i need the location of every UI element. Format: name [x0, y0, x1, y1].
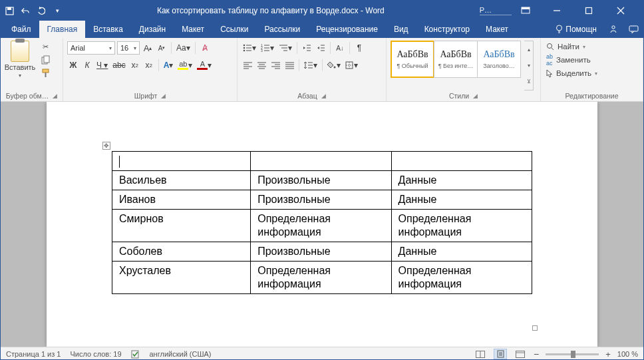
document-area[interactable]: ✥ ВасильевПроизвольныеДанныеИвановПроизв… — [1, 102, 643, 347]
table-cell[interactable]: Хрусталев — [112, 262, 251, 294]
table-move-handle[interactable]: ✥ — [102, 142, 110, 150]
table-cell[interactable]: Данные — [391, 171, 532, 190]
table-cell[interactable]: Данные — [391, 190, 532, 210]
tab-ссылки[interactable]: Ссылки — [212, 21, 256, 38]
format-painter-icon[interactable] — [39, 67, 51, 79]
pilcrow-icon[interactable]: ¶ — [353, 41, 365, 55]
paste-icon[interactable] — [11, 41, 29, 62]
numbering-icon[interactable]: 123▾ — [259, 41, 275, 55]
shading-icon[interactable]: ▾ — [326, 59, 342, 72]
shrink-font-icon[interactable]: A▾ — [156, 41, 168, 55]
bullets-icon[interactable]: ▾ — [242, 41, 257, 55]
increase-indent-icon[interactable] — [315, 41, 327, 55]
table-cell[interactable]: Определенная информация — [251, 262, 391, 294]
bold-button[interactable]: Ж — [67, 59, 79, 72]
status-proofing-icon[interactable] — [131, 350, 140, 359]
table-cell[interactable]: Определенная информация — [391, 210, 532, 242]
undo-icon[interactable] — [21, 7, 30, 15]
tab-рассылки[interactable]: Рассылки — [256, 21, 308, 38]
table-cell[interactable]: Произвольные — [251, 171, 391, 190]
copy-icon[interactable] — [39, 54, 51, 66]
zoom-level[interactable]: 100 % — [617, 350, 638, 358]
status-words[interactable]: Число слов: 19 — [70, 350, 121, 358]
text-effects-icon[interactable]: A▾ — [162, 59, 175, 72]
table-cell[interactable] — [391, 152, 532, 171]
table-cell[interactable]: Соболев — [112, 242, 251, 262]
underline-button[interactable]: Ч ▾ — [95, 59, 109, 72]
align-center-icon[interactable] — [255, 59, 267, 72]
table-cell[interactable]: Смирнов — [112, 210, 251, 242]
font-color-icon[interactable]: A▾ — [196, 59, 213, 72]
table-cell[interactable] — [251, 152, 391, 171]
table-cell[interactable]: Данные — [391, 242, 532, 262]
style-card[interactable]: АаБбВв¶ Без инте… — [434, 41, 478, 78]
document-table[interactable]: ВасильевПроизвольныеДанныеИвановПроизвол… — [112, 151, 532, 294]
style-card[interactable]: АаБбВв¶ Обычный — [391, 41, 434, 78]
find-button[interactable]: Найти▾ — [545, 41, 599, 53]
paste-button[interactable]: Вставить — [5, 63, 36, 71]
status-page[interactable]: Страница 1 из 1 — [6, 350, 61, 358]
subscript-button[interactable]: x2 — [129, 59, 141, 72]
print-layout-icon[interactable] — [494, 349, 507, 359]
line-spacing-icon[interactable]: ▾ — [303, 59, 319, 72]
font-size-combo[interactable]: 16▾ — [117, 41, 140, 55]
tab-вид[interactable]: Вид — [386, 21, 416, 38]
user-account[interactable]: Р… — [480, 6, 512, 15]
status-language[interactable]: английский (США) — [150, 350, 212, 358]
decrease-indent-icon[interactable] — [301, 41, 313, 55]
read-mode-icon[interactable] — [474, 349, 487, 359]
justify-icon[interactable] — [283, 59, 295, 72]
zoom-slider[interactable] — [546, 353, 599, 355]
tab-вставка[interactable]: Вставка — [85, 21, 131, 38]
italic-button[interactable]: К — [81, 59, 93, 72]
cut-icon[interactable]: ✂ — [39, 41, 51, 53]
tab-макет[interactable]: Макет — [478, 21, 516, 38]
share-button[interactable] — [603, 21, 623, 38]
ribbon-options-icon[interactable] — [521, 7, 544, 15]
table-cell[interactable]: Произвольные — [251, 242, 391, 262]
font-name-combo[interactable]: Arial▾ — [67, 41, 115, 55]
tab-файл[interactable]: Файл — [3, 21, 39, 38]
table-cell[interactable]: Определенная информация — [251, 210, 391, 242]
strike-button[interactable]: abc — [111, 59, 126, 72]
clipboard-dialog-icon[interactable]: ◢ — [53, 92, 57, 99]
table-cell[interactable]: Васильев — [112, 171, 251, 190]
web-layout-icon[interactable] — [514, 349, 527, 359]
table-cell[interactable]: Определенная информация — [391, 262, 532, 294]
save-icon[interactable] — [5, 7, 14, 15]
zoom-out-button[interactable]: − — [534, 349, 539, 359]
close-button[interactable] — [617, 7, 639, 15]
redo-icon[interactable] — [37, 7, 46, 15]
multilevel-icon[interactable]: ▾ — [277, 41, 293, 55]
change-case-icon[interactable]: Aa▾ — [175, 41, 192, 55]
maximize-button[interactable] — [585, 7, 607, 15]
tab-конструктор[interactable]: Конструктор — [416, 21, 478, 38]
table-cell[interactable] — [112, 152, 251, 171]
select-button[interactable]: Выделить▾ — [545, 67, 599, 79]
styles-more[interactable]: ▴▾⊻ — [524, 41, 534, 90]
sort-icon[interactable]: A↓ — [334, 41, 346, 55]
clear-format-icon[interactable]: A̷ — [199, 41, 211, 55]
table-cell[interactable]: Иванов — [112, 190, 251, 210]
paragraph-dialog-icon[interactable]: ◢ — [321, 92, 326, 99]
superscript-button[interactable]: x2 — [143, 59, 155, 72]
tab-макет[interactable]: Макет — [174, 21, 212, 38]
tab-дизайн[interactable]: Дизайн — [131, 21, 174, 38]
borders-icon[interactable]: ▾ — [344, 59, 359, 72]
highlight-color-icon[interactable]: ab▾ — [176, 59, 194, 72]
tab-рецензирование[interactable]: Рецензирование — [308, 21, 386, 38]
style-card[interactable]: АаБбВвЗаголово… — [477, 41, 521, 78]
table-resize-handle[interactable] — [532, 325, 538, 331]
grow-font-icon[interactable]: A▴ — [142, 41, 154, 55]
tell-me[interactable]: Помощн — [549, 21, 603, 38]
comments-button[interactable] — [623, 21, 643, 38]
align-right-icon[interactable] — [269, 59, 281, 72]
tab-главная[interactable]: Главная — [39, 21, 86, 38]
styles-dialog-icon[interactable]: ◢ — [473, 92, 478, 99]
zoom-in-button[interactable]: + — [605, 349, 611, 359]
replace-button[interactable]: abac Заменить — [545, 54, 599, 66]
align-left-icon[interactable] — [242, 59, 253, 72]
font-dialog-icon[interactable]: ◢ — [161, 92, 166, 99]
minimize-button[interactable] — [553, 7, 575, 15]
qat-more-icon[interactable]: ▾ — [53, 7, 62, 14]
